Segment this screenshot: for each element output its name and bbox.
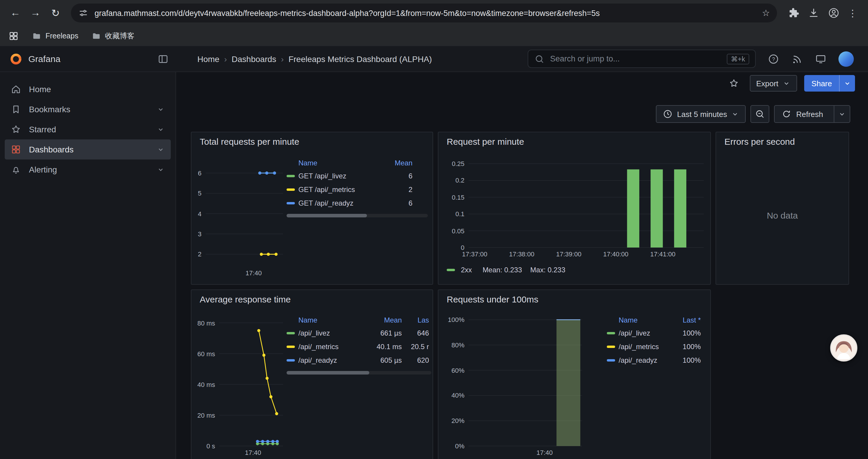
series-name[interactable]: GET /api/_readyz (299, 199, 384, 207)
panel-total-requests: Total requests per minute 65432 17:40 Na… (191, 132, 433, 285)
breadcrumb-home[interactable]: Home (197, 54, 219, 64)
legend-header-last[interactable]: Last * (669, 316, 701, 324)
y-axis-tick-label: 80 ms (197, 319, 215, 326)
legend-inline[interactable]: 2xx Mean: 0.233 Max: 0.233 (447, 266, 565, 274)
legend-row[interactable]: /api/_metrics 40.1 ms 20.5 r (286, 340, 431, 353)
dock-menu-icon[interactable] (157, 53, 169, 65)
user-avatar[interactable] (838, 51, 854, 66)
sidebar-item-label: Home (29, 85, 51, 94)
news-rss-icon[interactable] (791, 53, 803, 65)
series-name[interactable]: /api/_readyz (619, 356, 669, 364)
reload-button[interactable]: ↻ (46, 4, 65, 23)
chart-request-per-minute[interactable]: 0.250.20.150.10.050 17:37:0017:38:0017:3… (469, 158, 704, 248)
menu-kebab-icon[interactable]: ⋮ (848, 7, 857, 19)
panel-title[interactable]: Total requests per minute (200, 136, 299, 146)
panel-title[interactable]: Requests under 100ms (447, 294, 538, 304)
series-name[interactable]: /api/_metrics (619, 342, 669, 351)
series-name[interactable]: GET /api/_metrics (299, 185, 384, 193)
dashboard-toolbar: Export Share (728, 75, 855, 92)
legend-header-mean[interactable]: Mean (384, 159, 412, 167)
share-dropdown-chevron[interactable] (839, 75, 855, 92)
series-name[interactable]: GET /api/_livez (299, 172, 384, 180)
extensions-icon[interactable] (788, 7, 800, 19)
address-bar[interactable]: grafana.mathmast.com/d/deytv4rwavabkb/fr… (71, 4, 777, 23)
chevron-down-icon[interactable] (157, 165, 165, 174)
legend-table: Name Mean Las /api/_livez 661 µs 646 /ap… (286, 314, 431, 367)
legend-row[interactable]: GET /api/_livez 6 (286, 169, 428, 183)
browser-chrome: ← → ↻ grafana.mathmast.com/d/deytv4rwava… (0, 0, 868, 46)
legend-row[interactable]: /api/_readyz 100% (607, 353, 706, 367)
forward-button[interactable]: → (26, 4, 45, 23)
sidebar-item-alerting[interactable]: Alerting (5, 160, 171, 179)
legend-row[interactable]: /api/_metrics 100% (607, 340, 706, 353)
sidebar-item-bookmarks[interactable]: Bookmarks (5, 99, 171, 119)
sidebar-item-label: Starred (29, 125, 56, 134)
refresh-button[interactable]: Refresh (774, 105, 850, 123)
legend-scrollbar[interactable] (286, 371, 431, 374)
sidebar-item-label: Alerting (29, 165, 57, 174)
chevron-down-icon[interactable] (157, 145, 165, 154)
series-mean: 6 (384, 172, 412, 180)
help-icon[interactable]: ? (768, 53, 779, 65)
share-label[interactable]: Share (804, 75, 839, 92)
panel-title[interactable]: Average response time (200, 294, 291, 304)
refresh-interval-dropdown[interactable] (834, 106, 850, 122)
sidebar-item-starred[interactable]: Starred (5, 119, 171, 139)
sidebar-item-home[interactable]: Home (5, 79, 171, 99)
sidebar-item-dashboards[interactable]: Dashboards (5, 139, 171, 160)
zoom-out-button[interactable] (751, 105, 770, 123)
legend-header-mean[interactable]: Mean (368, 316, 402, 324)
back-button[interactable]: ← (6, 4, 25, 23)
profile-avatar[interactable] (828, 7, 840, 19)
browser-toolbar: ← → ↻ grafana.mathmast.com/d/deytv4rwava… (0, 0, 868, 26)
chevron-down-icon[interactable] (157, 125, 165, 133)
export-button[interactable]: Export (749, 75, 797, 92)
site-info-icon[interactable] (78, 8, 89, 18)
zoom-out-icon (755, 109, 766, 119)
legend-scrollbar[interactable] (286, 214, 428, 218)
search-input[interactable]: Search or jump to... ⌘+k (528, 50, 756, 68)
legend-row[interactable]: GET /api/_readyz 6 (286, 196, 428, 210)
legend-header-name[interactable]: Name (619, 316, 669, 324)
legend-header-name[interactable]: Name (299, 316, 368, 324)
series-name[interactable]: /api/_metrics (299, 342, 368, 351)
downloads-icon[interactable] (808, 7, 819, 19)
url-text[interactable]: grafana.mathmast.com/d/deytv4rwavabkb/fr… (95, 8, 756, 18)
legend-row[interactable]: /api/_readyz 605 µs 620 (286, 353, 431, 367)
apps-grid-icon[interactable] (8, 31, 19, 41)
series-swatch (286, 345, 295, 348)
legend-row[interactable]: GET /api/_metrics 2 (286, 183, 428, 196)
legend-row[interactable]: /api/_livez 661 µs 646 (286, 326, 431, 340)
series-name[interactable]: /api/_livez (299, 329, 368, 337)
grafana-logo[interactable] (9, 52, 23, 65)
series-name[interactable]: /api/_readyz (299, 356, 368, 364)
legend-header-name[interactable]: Name (299, 159, 384, 167)
search-shortcut: ⌘+k (727, 54, 749, 64)
favorite-star-icon[interactable] (728, 78, 739, 89)
bookmark-folder-blog[interactable]: 收藏博客 (91, 31, 134, 41)
breadcrumb-current: Freeleaps Metrics Dashboard (ALPHA) (288, 54, 432, 64)
chart-total-requests[interactable]: 65432 17:40 (206, 162, 283, 266)
legend-header-last[interactable]: Las (402, 316, 429, 324)
y-axis-tick-label: 2 (198, 251, 202, 258)
time-range-label: Last 5 minutes (677, 109, 727, 119)
chart-requests-under-100ms[interactable]: 100%80%60%40%20%0% 17:40 (469, 318, 582, 446)
chart-average-response-time[interactable]: 80 ms60 ms40 ms20 ms0 s 17:40 (219, 319, 283, 446)
legend-row[interactable]: /api/_livez 100% (607, 326, 706, 340)
series-name[interactable]: /api/_livez (619, 329, 669, 337)
monitor-icon[interactable] (815, 53, 827, 65)
panel-request-per-minute: Request per minute 0.250.20.150.10.050 1… (438, 132, 711, 285)
refresh-action[interactable]: Refresh (775, 106, 830, 122)
share-button[interactable]: Share (804, 75, 855, 92)
series-last: 100% (669, 329, 701, 337)
y-axis-tick-label: 20% (452, 417, 464, 424)
panel-title[interactable]: Request per minute (447, 136, 524, 146)
bookmark-folder-freeleaps[interactable]: Freeleaps (32, 31, 78, 41)
series-name[interactable]: 2xx (461, 266, 472, 274)
bookmark-star-icon[interactable]: ☆ (762, 8, 770, 18)
chevron-down-icon[interactable] (157, 105, 165, 113)
browser-action-icons: ⋮ (783, 7, 862, 19)
floating-assistant-avatar[interactable] (830, 334, 857, 362)
time-range-picker[interactable]: Last 5 minutes (656, 105, 746, 123)
breadcrumb-dashboards[interactable]: Dashboards (231, 54, 276, 64)
